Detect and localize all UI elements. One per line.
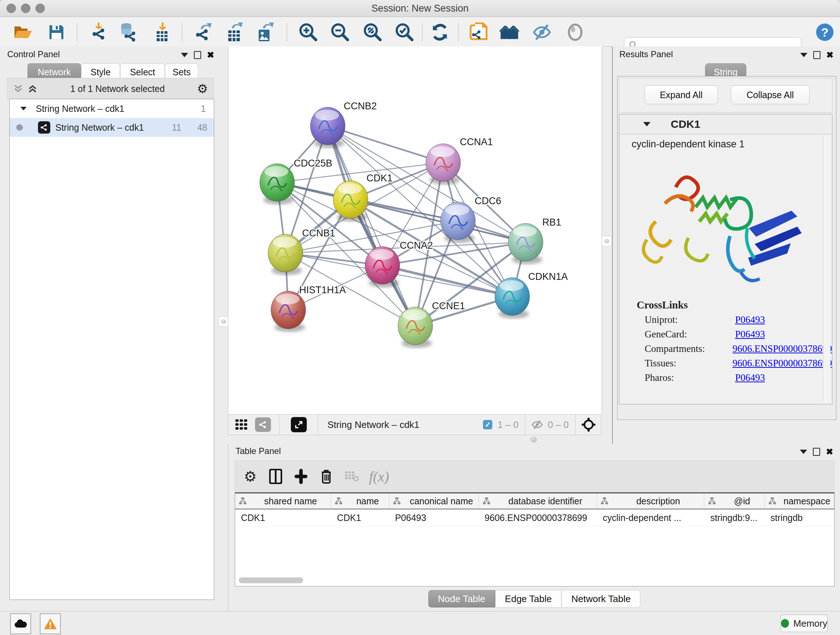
- network-graph[interactable]: CCNB2CCNA1CDC25BCDK1CDC6RB1CCNB1CCNA2CDK…: [228, 46, 601, 414]
- network-view-toolbar: String Network – cdk1 ✓ 1 – 0 0 – 0: [228, 414, 601, 435]
- node-CCNB2[interactable]: [310, 107, 345, 148]
- left-splitter-handle[interactable]: [218, 317, 229, 326]
- import-network-from-file-button[interactable]: [90, 22, 110, 42]
- open-session-button[interactable]: [13, 22, 33, 42]
- section-expander-icon[interactable]: [643, 122, 651, 126]
- network-view-share-icon[interactable]: [255, 417, 271, 432]
- node-CCNA1[interactable]: [426, 144, 461, 185]
- node-CDC6[interactable]: [441, 202, 475, 243]
- detach-view-icon[interactable]: [291, 417, 307, 432]
- node-CDKN1A[interactable]: [495, 278, 530, 318]
- collection-expander-icon[interactable]: [21, 107, 27, 111]
- panel-menu-icon[interactable]: [800, 450, 807, 454]
- node-RB1[interactable]: [508, 223, 543, 264]
- results-panel: Results Panel ✖ String Expand All Collap…: [612, 46, 840, 444]
- zoom-out-button[interactable]: [330, 22, 350, 42]
- import-network-from-database-button[interactable]: [117, 22, 137, 42]
- float-panel-icon[interactable]: [194, 51, 201, 59]
- home-button[interactable]: [499, 22, 519, 42]
- table-cell[interactable]: P06493: [389, 509, 479, 526]
- zoom-selected-button[interactable]: [394, 22, 415, 42]
- crosslink-link[interactable]: 9606.ENSP00000378699: [733, 343, 832, 355]
- separator: [279, 415, 279, 435]
- export-table-button[interactable]: [224, 22, 245, 42]
- memory-button[interactable]: Memory: [781, 615, 828, 632]
- network-canvas[interactable]: CCNB2CCNA1CDC25BCDK1CDC6RB1CCNB1CCNA2CDK…: [228, 46, 602, 414]
- column-header-canonical-name[interactable]: canonical name: [389, 494, 479, 509]
- refresh-button[interactable]: [430, 22, 450, 42]
- create-column-icon[interactable]: [291, 466, 311, 486]
- selected-checkbox-icon[interactable]: ✓: [483, 420, 493, 429]
- close-panel-icon[interactable]: ✖: [826, 448, 833, 456]
- bottom-splitter-handle[interactable]: [531, 437, 537, 442]
- export-image-button[interactable]: [255, 22, 275, 42]
- table-cell[interactable]: stringdb:9...: [704, 509, 764, 526]
- close-panel-icon[interactable]: ✖: [826, 51, 834, 59]
- network-collection-row[interactable]: String Network – cdk1 1: [10, 99, 214, 118]
- hide-unhide-button[interactable]: [532, 22, 552, 42]
- function-builder-button[interactable]: f(x): [369, 468, 389, 485]
- expand-all-button[interactable]: Expand All: [645, 86, 718, 104]
- export-network-button[interactable]: [193, 22, 213, 42]
- column-header-namespace[interactable]: namespace: [765, 494, 834, 509]
- tab-node-table[interactable]: Node Table: [428, 590, 495, 608]
- warnings-button[interactable]: [40, 613, 61, 634]
- table-cell[interactable]: 9606.ENSP00000378699: [479, 509, 597, 526]
- results-scrollbar[interactable]: [823, 135, 831, 402]
- network-options-gear-icon[interactable]: ⚙: [197, 82, 208, 95]
- node-CDC25B[interactable]: [260, 164, 294, 204]
- hidden-eye-icon[interactable]: [531, 419, 543, 430]
- help-button[interactable]: ?: [815, 22, 835, 42]
- node-CDK1[interactable]: [333, 181, 368, 222]
- table-row[interactable]: CDK1CDK1P064939606.ENSP00000378699cyclin…: [235, 509, 834, 526]
- zoom-in-button[interactable]: [298, 22, 318, 42]
- node-CCNE1[interactable]: [398, 307, 433, 348]
- column-header-description[interactable]: description: [597, 494, 704, 509]
- delete-column-icon[interactable]: [316, 466, 336, 486]
- edge-CCNB2-CCNE1[interactable]: [328, 126, 415, 326]
- import-table-from-file-button[interactable]: [152, 22, 172, 42]
- float-panel-icon[interactable]: [813, 448, 820, 456]
- table-horizontal-scrollbar[interactable]: [239, 578, 303, 583]
- crosslink-label: Tissues:: [645, 358, 733, 369]
- panel-menu-icon[interactable]: [181, 53, 188, 57]
- delete-table-icon[interactable]: [341, 466, 362, 486]
- node-CCNA2[interactable]: [365, 247, 400, 287]
- table-cell[interactable]: CDK1: [235, 509, 331, 526]
- right-splitter-handle[interactable]: [602, 236, 612, 246]
- birdseye-view-icon[interactable]: [581, 417, 596, 432]
- tab-network-table[interactable]: Network Table: [561, 590, 640, 608]
- edge-CCNB2-CCNA1[interactable]: [328, 126, 443, 163]
- column-header-name[interactable]: name: [331, 494, 389, 509]
- save-session-button[interactable]: [46, 22, 66, 42]
- table-cell[interactable]: CDK1: [331, 509, 389, 526]
- table-header-row: shared namenamecanonical namedatabase id…: [235, 494, 834, 509]
- column-header-shared-name[interactable]: shared name: [235, 494, 331, 509]
- collapse-all-networks-icon[interactable]: [27, 83, 38, 94]
- crosslink-link[interactable]: P06493: [735, 314, 765, 325]
- collapse-all-button[interactable]: Collapse All: [731, 86, 810, 104]
- table-cell[interactable]: stringdb: [765, 509, 834, 526]
- panel-menu-icon[interactable]: [800, 53, 807, 57]
- float-panel-icon[interactable]: [813, 51, 821, 59]
- network-row-selected[interactable]: String Network – cdk1 11 48: [10, 118, 214, 137]
- show-all-button[interactable]: [565, 22, 585, 42]
- node-HIST1H1A[interactable]: [271, 291, 306, 332]
- column-header-database-identifier[interactable]: database identifier: [479, 494, 597, 509]
- copy-network-button[interactable]: [469, 22, 489, 42]
- column-header--id[interactable]: @id: [704, 494, 764, 509]
- crosslink-link[interactable]: P06493: [735, 329, 765, 340]
- show-columns-icon[interactable]: [265, 466, 286, 486]
- tab-edge-table[interactable]: Edge Table: [495, 590, 562, 608]
- table-cell[interactable]: cyclin-dependent ...: [597, 509, 704, 526]
- node-CCNB1[interactable]: [268, 234, 303, 275]
- close-panel-icon[interactable]: ✖: [207, 51, 214, 59]
- crosslink-link[interactable]: 9606.ENSP00000378699: [733, 358, 832, 369]
- zoom-fit-button[interactable]: [363, 22, 383, 42]
- table-options-gear-icon[interactable]: ⚙: [240, 466, 261, 486]
- crosslink-link[interactable]: P06493: [735, 372, 765, 383]
- grid-view-icon[interactable]: [231, 415, 251, 435]
- gene-section-header[interactable]: CDK1: [619, 114, 832, 134]
- cloud-status-button[interactable]: [10, 613, 31, 634]
- expand-all-networks-icon[interactable]: [13, 83, 24, 94]
